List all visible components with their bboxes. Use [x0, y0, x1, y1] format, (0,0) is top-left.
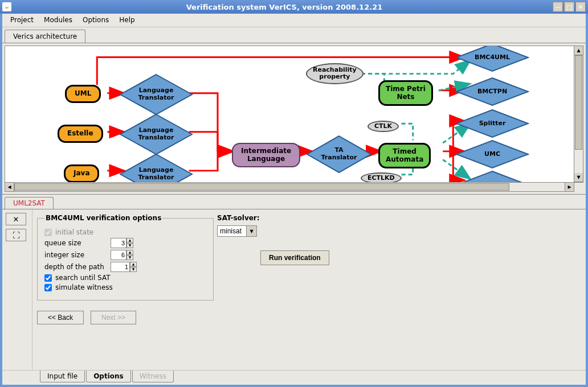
integer-size-input[interactable]	[111, 250, 126, 260]
initial-state-checkbox	[44, 229, 52, 236]
node-reachability-property[interactable]: Reachability property	[306, 63, 364, 84]
bmc4uml-options-fieldset: BMC4UML verification options initial sta…	[37, 214, 214, 300]
node-ectlkd[interactable]: ECTLKD	[361, 172, 402, 183]
spin-up-button[interactable]: ▲	[130, 262, 137, 267]
depth-label: depth of the path	[44, 263, 107, 271]
tab-options[interactable]: Options	[86, 370, 131, 382]
search-until-sat-label: search until SAT	[55, 274, 111, 282]
bottom-tabstrip: Input file Options Witness	[2, 370, 586, 385]
search-until-sat-checkbox[interactable]	[44, 274, 52, 282]
node-time-petri-nets[interactable]: Time Petri Nets	[378, 80, 433, 106]
menu-help[interactable]: Help	[115, 14, 139, 26]
node-java[interactable]: Java	[64, 164, 99, 183]
options-legend: BMC4UML verification options	[44, 214, 162, 222]
sat-solver-value[interactable]	[217, 225, 247, 237]
close-module-button[interactable]: ✕	[6, 213, 26, 225]
scroll-thumb-h[interactable]	[14, 183, 509, 191]
back-button[interactable]: << Back	[37, 311, 84, 324]
options-content: BMC4UML verification options initial sta…	[32, 209, 586, 370]
queue-size-label: queue size	[44, 239, 107, 247]
top-tabstrip: Verics architecture	[2, 27, 586, 43]
close-button[interactable]: ✕	[575, 2, 586, 12]
lower-sidebar: ✕ ⛶	[2, 209, 32, 370]
sat-solver-select[interactable]: ▼	[217, 225, 260, 237]
menu-modules[interactable]: Modules	[39, 14, 77, 26]
simulate-witness-label: simulate witness	[55, 283, 113, 291]
dropdown-icon[interactable]: ▼	[247, 225, 257, 237]
node-ctlk[interactable]: CTLK	[368, 121, 399, 133]
close-icon: ✕	[13, 215, 19, 224]
initial-state-label: initial state	[55, 228, 93, 236]
spin-down-button[interactable]: ▼	[126, 255, 133, 260]
expand-icon: ⛶	[13, 231, 20, 240]
scroll-up-button[interactable]: ▲	[574, 46, 583, 55]
menu-options[interactable]: Options	[78, 14, 113, 26]
maximize-button[interactable]: □	[564, 2, 574, 12]
expand-module-button[interactable]: ⛶	[6, 229, 26, 241]
diagram-horizontal-scrollbar[interactable]: ◀ ▶	[5, 183, 574, 192]
spin-up-button[interactable]: ▲	[126, 238, 133, 243]
minimize-button[interactable]: —	[553, 2, 563, 12]
window-titlebar: ☕ Verification system VerICS, version 20…	[0, 0, 588, 14]
spin-up-button[interactable]: ▲	[126, 250, 133, 255]
simulate-witness-checkbox[interactable]	[44, 284, 52, 291]
menubar: Project Modules Options Help	[2, 14, 586, 27]
spin-down-button[interactable]: ▼	[130, 267, 137, 272]
lower-tabstrip: UML2SAT	[2, 195, 586, 209]
node-timed-automata[interactable]: Timed Automata	[378, 143, 431, 169]
integer-size-spinner[interactable]: ▲▼	[111, 250, 133, 260]
queue-size-input[interactable]	[111, 238, 126, 248]
menu-project[interactable]: Project	[6, 14, 38, 26]
tab-input-file[interactable]: Input file	[40, 370, 85, 382]
queue-size-spinner[interactable]: ▲▼	[111, 238, 133, 248]
architecture-diagram[interactable]: UML Estelle Java Language Translator Lan…	[5, 46, 574, 183]
window-title: Verification system VerICS, version 2008…	[16, 3, 553, 11]
tab-uml2sat[interactable]: UML2SAT	[5, 197, 54, 209]
scroll-right-button[interactable]: ▶	[565, 183, 574, 191]
tab-verics-architecture[interactable]: Verics architecture	[5, 30, 85, 43]
scroll-down-button[interactable]: ▼	[574, 173, 583, 182]
depth-spinner[interactable]: ▲▼	[111, 262, 137, 272]
lower-panel: UML2SAT ✕ ⛶ BMC4UML verification options…	[2, 195, 586, 385]
sat-solver-label: SAT-solver:	[217, 214, 260, 222]
spin-down-button[interactable]: ▼	[126, 243, 133, 248]
node-uml[interactable]: UML	[65, 85, 101, 103]
node-estelle[interactable]: Estelle	[58, 125, 103, 143]
integer-size-label: integer size	[44, 251, 107, 259]
scroll-left-button[interactable]: ◀	[5, 183, 14, 191]
depth-input[interactable]	[111, 262, 130, 272]
diagram-vertical-scrollbar[interactable]: ▲ ▼	[574, 46, 583, 183]
diagram-panel: UML Estelle Java Language Translator Lan…	[2, 43, 586, 195]
run-verification-button[interactable]: Run verification	[260, 250, 329, 265]
tab-witness: Witness	[132, 370, 174, 382]
node-intermediate-language[interactable]: Intermediate Language	[232, 143, 300, 168]
scroll-thumb[interactable]	[575, 55, 582, 150]
next-button: Next >>	[91, 311, 136, 324]
java-icon: ☕	[2, 2, 11, 11]
